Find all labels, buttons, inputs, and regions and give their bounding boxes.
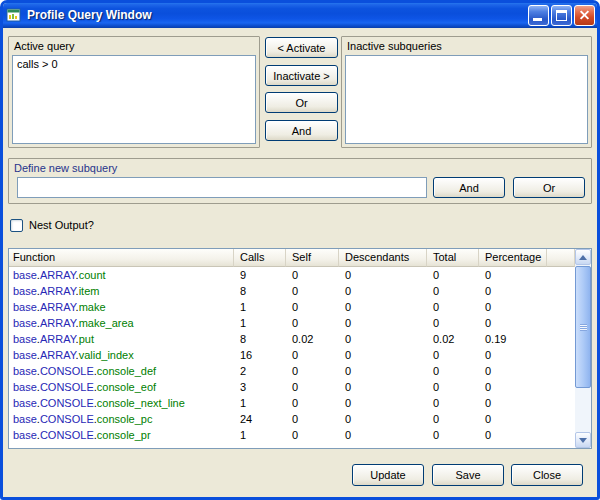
table-header: Function Calls Self Descendants Total Pe…: [9, 249, 575, 267]
self-cell: 0: [286, 363, 339, 379]
thumb-grip-icon: [580, 324, 587, 331]
total-cell: 0: [427, 395, 479, 411]
activate-button[interactable]: < Activate: [265, 37, 338, 58]
table-row[interactable]: base.CONSOLE.console_def20000: [9, 363, 575, 379]
minimize-button[interactable]: [528, 5, 549, 26]
inactive-subqueries-panel: Inactive subqueries: [341, 36, 592, 148]
self-cell: 0: [286, 347, 339, 363]
window-controls: [528, 5, 595, 26]
profile-table: Function Calls Self Descendants Total Pe…: [8, 248, 592, 449]
self-cell: 0.02: [286, 331, 339, 347]
table-row[interactable]: base.ARRAY.valid_index160000: [9, 347, 575, 363]
descendants-cell: 0: [339, 283, 427, 299]
function-cell: base.CONSOLE.console_pc: [9, 411, 234, 427]
save-button[interactable]: Save: [432, 464, 504, 486]
function-cell: base.ARRAY.count: [9, 267, 234, 283]
self-cell: 0: [286, 379, 339, 395]
percentage-cell: 0: [479, 299, 547, 315]
percentage-cell: 0: [479, 363, 547, 379]
calls-cell: 16: [234, 347, 286, 363]
table-row[interactable]: base.ARRAY.make10000: [9, 299, 575, 315]
percentage-cell: 0: [479, 283, 547, 299]
calls-cell: 1: [234, 315, 286, 331]
active-query-item[interactable]: calls > 0: [13, 56, 255, 72]
column-header-descendants[interactable]: Descendants: [339, 249, 427, 267]
calls-cell: 8: [234, 283, 286, 299]
calls-cell: 3: [234, 379, 286, 395]
active-query-label: Active query: [14, 40, 75, 52]
table-row[interactable]: base.ARRAY.make_area10000: [9, 315, 575, 331]
nest-output-checkbox[interactable]: [10, 219, 23, 232]
maximize-button[interactable]: [551, 5, 572, 26]
table-row[interactable]: base.ARRAY.count90000: [9, 267, 575, 283]
function-cell: base.ARRAY.valid_index: [9, 347, 234, 363]
close-icon: [578, 9, 591, 22]
vertical-scrollbar[interactable]: [575, 249, 591, 448]
table-row[interactable]: base.CONSOLE.console_pc240000: [9, 411, 575, 427]
descendants-cell: 0: [339, 427, 427, 443]
active-query-list[interactable]: calls > 0: [12, 55, 256, 144]
percentage-cell: 0: [479, 427, 547, 443]
subquery-and-button[interactable]: And: [433, 177, 505, 198]
self-cell: 0: [286, 315, 339, 331]
descendants-cell: 0: [339, 363, 427, 379]
total-cell: 0: [427, 427, 479, 443]
nest-output-row: Nest Output?: [10, 218, 94, 232]
or-button[interactable]: Or: [265, 92, 338, 113]
column-header-function[interactable]: Function: [9, 249, 234, 267]
arrow-up-icon: [579, 255, 587, 260]
scrollbar-thumb[interactable]: [575, 266, 591, 388]
total-cell: 0: [427, 363, 479, 379]
table-row[interactable]: base.CONSOLE.console_next_line10000: [9, 395, 575, 411]
calls-cell: 2: [234, 363, 286, 379]
column-header-percentage[interactable]: Percentage: [479, 249, 547, 267]
close-button[interactable]: [574, 5, 595, 26]
scroll-up-button[interactable]: [575, 249, 591, 265]
close-window-button[interactable]: Close: [511, 464, 583, 486]
function-cell: base.ARRAY.put: [9, 331, 234, 347]
maximize-icon: [556, 10, 567, 21]
table-row[interactable]: base.ARRAY.item80000: [9, 283, 575, 299]
descendants-cell: 0: [339, 379, 427, 395]
subquery-input[interactable]: [17, 177, 427, 198]
descendants-cell: 0: [339, 411, 427, 427]
calls-cell: 24: [234, 411, 286, 427]
percentage-cell: 0: [479, 267, 547, 283]
inactive-subqueries-list[interactable]: [345, 55, 588, 144]
column-header-self[interactable]: Self: [286, 249, 339, 267]
calls-cell: 9: [234, 267, 286, 283]
column-header-calls[interactable]: Calls: [234, 249, 286, 267]
calls-cell: 1: [234, 299, 286, 315]
total-cell: 0: [427, 347, 479, 363]
column-header-total[interactable]: Total: [427, 249, 479, 267]
table-row[interactable]: base.CONSOLE.console_pr10000: [9, 427, 575, 443]
descendants-cell: 0: [339, 395, 427, 411]
total-cell: 0: [427, 315, 479, 331]
descendants-cell: 0: [339, 331, 427, 347]
function-cell: base.ARRAY.item: [9, 283, 234, 299]
nest-output-label: Nest Output?: [29, 219, 94, 231]
inactivate-button[interactable]: Inactivate >: [265, 65, 338, 86]
table-row[interactable]: base.ARRAY.put80.0200.020.19: [9, 331, 575, 347]
total-cell: 0: [427, 411, 479, 427]
and-button[interactable]: And: [265, 120, 338, 141]
profile-query-window: Profile Query Window Active query calls …: [0, 0, 600, 500]
total-cell: 0.02: [427, 331, 479, 347]
minimize-icon: [533, 18, 542, 21]
function-cell: base.CONSOLE.console_def: [9, 363, 234, 379]
table-row[interactable]: base.CONSOLE.console_eof30000: [9, 379, 575, 395]
descendants-cell: 0: [339, 267, 427, 283]
titlebar[interactable]: Profile Query Window: [2, 2, 598, 28]
total-cell: 0: [427, 379, 479, 395]
self-cell: 0: [286, 427, 339, 443]
scroll-down-button[interactable]: [575, 432, 591, 448]
total-cell: 0: [427, 267, 479, 283]
update-button[interactable]: Update: [352, 464, 424, 486]
table-body: base.ARRAY.count90000base.ARRAY.item8000…: [9, 267, 575, 448]
function-cell: base.CONSOLE.console_pr: [9, 427, 234, 443]
define-subquery-label: Define new subquery: [14, 162, 117, 174]
subquery-or-button[interactable]: Or: [513, 177, 585, 198]
define-subquery-panel: Define new subquery And Or: [8, 158, 592, 204]
percentage-cell: 0: [479, 347, 547, 363]
total-cell: 0: [427, 283, 479, 299]
